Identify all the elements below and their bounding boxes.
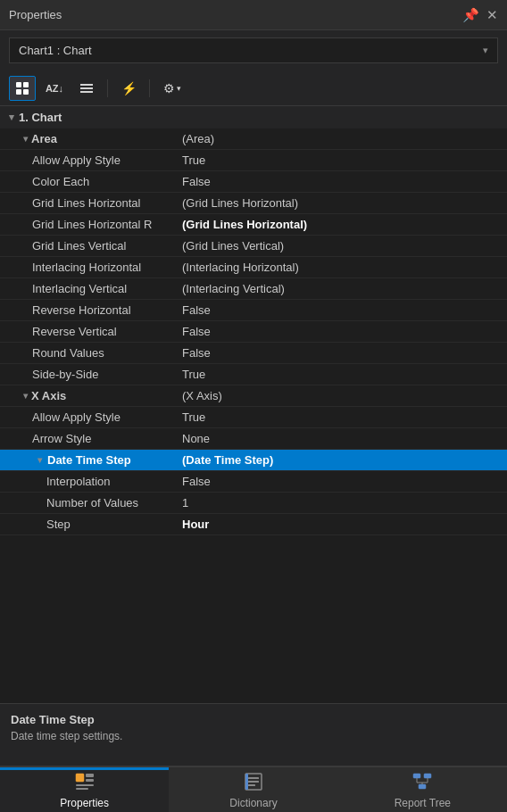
title-bar: Properties 📌 ✕ <box>0 0 507 30</box>
svg-rect-3 <box>23 89 29 95</box>
area-chevron-icon: ▾ <box>23 134 28 144</box>
sort-az-button[interactable]: AZ↓ <box>39 76 70 101</box>
reverse-horizontal-name: Reverse Horizontal <box>0 303 179 317</box>
property-tree: ▾ Area (Area) Allow Apply Style True Col… <box>0 128 507 703</box>
x-axis-group-name: ▾ X Axis <box>0 389 179 402</box>
gear-menu-button[interactable]: ⚙ ▾ <box>157 76 187 101</box>
round-values-row[interactable]: Round Values False <box>0 343 507 364</box>
date-time-step-name: ▾ Date Time Step <box>0 453 179 467</box>
svg-rect-5 <box>80 87 93 89</box>
interlacing-vertical-row[interactable]: Interlacing Vertical (Interlacing Vertic… <box>0 278 507 300</box>
list-view-button[interactable] <box>73 76 100 101</box>
grid-lines-vertical-value: (Grid Lines Vertical) <box>179 239 507 253</box>
reverse-vertical-name: Reverse Vertical <box>0 325 179 338</box>
svg-rect-13 <box>248 777 259 779</box>
svg-rect-11 <box>76 788 88 790</box>
x-axis-group-row[interactable]: ▾ X Axis (X Axis) <box>0 385 507 407</box>
arrow-style-value: None <box>179 432 507 445</box>
selector-row: Chart1 : Chart ▾ <box>0 30 507 70</box>
svg-rect-10 <box>76 784 94 786</box>
grid-lines-horizontal-name: Grid Lines Horizontal <box>0 196 179 210</box>
number-of-values-name: Number of Values <box>0 496 179 510</box>
arrow-style-row[interactable]: Arrow Style None <box>0 428 507 450</box>
color-each-row[interactable]: Color Each False <box>0 171 507 193</box>
round-values-value: False <box>179 346 507 360</box>
svg-rect-14 <box>248 781 259 783</box>
area-group-name: ▾ Area <box>0 132 179 145</box>
chart-selector[interactable]: Chart1 : Chart ▾ <box>9 37 498 63</box>
svg-rect-8 <box>86 774 94 777</box>
svg-rect-18 <box>424 774 431 778</box>
svg-rect-16 <box>245 774 248 790</box>
grid-view-button[interactable] <box>9 76 36 101</box>
step-row[interactable]: Step Hour <box>0 514 507 535</box>
svg-rect-0 <box>16 82 21 87</box>
report-tree-tab[interactable]: Report Tree <box>338 767 507 812</box>
interlacing-horizontal-name: Interlacing Horizontal <box>0 261 179 274</box>
step-name: Step <box>0 518 179 531</box>
reverse-horizontal-row[interactable]: Reverse Horizontal False <box>0 300 507 321</box>
grid-lines-horizontal-value: (Grid Lines Horizontal) <box>179 196 507 210</box>
pin-button[interactable]: 📌 <box>462 8 479 21</box>
side-by-side-row[interactable]: Side-by-Side True <box>0 364 507 385</box>
gear-icon: ⚙ <box>163 81 175 95</box>
grid-lines-horizontal-b-row[interactable]: Grid Lines Horizontal R (Grid Lines Hori… <box>0 214 507 236</box>
close-button[interactable]: ✕ <box>486 8 498 21</box>
interpolation-name: Interpolation <box>0 475 179 488</box>
report-tree-tab-icon <box>412 773 432 795</box>
interlacing-vertical-value: (Interlacing Vertical) <box>179 282 507 295</box>
description-title: Date Time Step <box>11 713 496 726</box>
allow-apply-style-row[interactable]: Allow Apply Style True <box>0 150 507 171</box>
grid-lines-horizontal-row[interactable]: Grid Lines Horizontal (Grid Lines Horizo… <box>0 193 507 214</box>
interlacing-vertical-name: Interlacing Vertical <box>0 282 179 295</box>
gear-arrow-icon: ▾ <box>177 84 181 93</box>
x-allow-apply-style-row[interactable]: Allow Apply Style True <box>0 407 507 428</box>
properties-tab-label: Properties <box>60 797 109 809</box>
area-group-value: (Area) <box>179 132 507 145</box>
svg-rect-19 <box>419 784 426 789</box>
round-values-name: Round Values <box>0 346 179 360</box>
date-time-step-chevron-icon: ▾ <box>37 455 42 465</box>
svg-rect-15 <box>248 784 255 786</box>
allow-apply-style-name: Allow Apply Style <box>0 153 179 167</box>
reverse-vertical-row[interactable]: Reverse Vertical False <box>0 321 507 343</box>
side-by-side-name: Side-by-Side <box>0 368 179 381</box>
interpolation-row[interactable]: Interpolation False <box>0 471 507 493</box>
svg-rect-7 <box>76 774 84 782</box>
toolbar-separator <box>107 79 108 97</box>
grid-lines-vertical-row[interactable]: Grid Lines Vertical (Grid Lines Vertical… <box>0 236 507 257</box>
title-bar-buttons: 📌 ✕ <box>462 8 498 21</box>
toolbar-separator-2 <box>149 79 150 97</box>
bottom-tabs: Properties Dictionary <box>0 766 507 812</box>
date-time-step-row[interactable]: ▾ Date Time Step (Date Time Step) <box>0 450 507 471</box>
dictionary-tab-label: Dictionary <box>229 797 277 809</box>
interlacing-horizontal-row[interactable]: Interlacing Horizontal (Interlacing Hori… <box>0 257 507 278</box>
properties-tab-icon <box>75 773 95 795</box>
window-title: Properties <box>9 8 62 21</box>
dictionary-tab[interactable]: Dictionary <box>169 767 337 812</box>
lightning-icon: ⚡ <box>121 81 137 95</box>
svg-rect-17 <box>413 774 420 778</box>
reverse-horizontal-value: False <box>179 303 507 317</box>
side-by-side-value: True <box>179 368 507 381</box>
section-heading: ▾ 1. Chart <box>0 106 507 128</box>
selector-value: Chart1 : Chart <box>19 44 92 57</box>
section-label: 1. Chart <box>19 111 62 124</box>
grid-lines-vertical-name: Grid Lines Vertical <box>0 239 179 253</box>
properties-window: Properties 📌 ✕ Chart1 : Chart ▾ AZ↓ <box>0 0 507 812</box>
properties-tab[interactable]: Properties <box>0 767 169 812</box>
x-allow-apply-style-value: True <box>179 410 507 424</box>
x-axis-chevron-icon: ▾ <box>23 391 28 401</box>
svg-rect-9 <box>86 779 94 782</box>
area-group-row[interactable]: ▾ Area (Area) <box>0 128 507 150</box>
dictionary-tab-icon <box>244 773 263 795</box>
selector-arrow-icon: ▾ <box>483 45 488 56</box>
svg-rect-6 <box>80 91 93 93</box>
grid-lines-horizontal-b-value: (Grid Lines Horizontal) <box>179 218 507 231</box>
lightning-button[interactable]: ⚡ <box>115 76 142 101</box>
description-text: Date time step settings. <box>11 730 496 742</box>
number-of-values-row[interactable]: Number of Values 1 <box>0 493 507 514</box>
x-axis-group-value: (X Axis) <box>179 389 507 402</box>
toolbar: AZ↓ ⚡ ⚙ ▾ <box>0 70 507 106</box>
color-each-value: False <box>179 175 507 188</box>
